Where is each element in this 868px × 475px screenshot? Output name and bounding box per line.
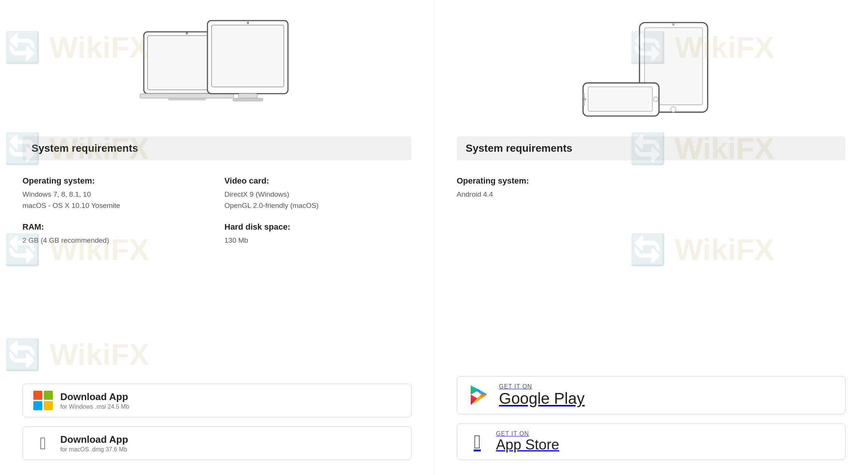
mobile-device-illustration	[457, 15, 846, 124]
download-mac-button[interactable]:  Download App for macOS .dmg 37.6 Mb	[22, 426, 412, 460]
download-buttons-left: Download App for Windows .msi 24.5 Mb  …	[22, 381, 412, 460]
ram-value: 2 GB (4 GB recommended)	[22, 235, 209, 246]
mac-btn-subtitle: for macOS .dmg 37.6 Mb	[60, 446, 128, 453]
os-label-right: Operating system:	[457, 176, 644, 186]
apple-icon-left: 	[33, 433, 53, 453]
app-store-label: App Store	[496, 437, 559, 453]
google-play-text: GET IT ON Google Play	[499, 383, 585, 407]
svg-marker-24	[480, 390, 487, 394]
svg-point-16	[653, 97, 658, 102]
svg-point-12	[671, 107, 676, 112]
sys-req-title-right: System requirements	[466, 142, 573, 154]
svg-rect-3	[140, 94, 234, 98]
requirements-grid-left: Operating system: Windows 7, 8, 8.1, 10m…	[22, 172, 412, 250]
svg-rect-18	[583, 93, 585, 99]
google-play-label: Google Play	[499, 390, 585, 407]
mac-btn-title: Download App	[60, 434, 128, 445]
svg-point-17	[584, 98, 586, 100]
apple-icon-right: 	[468, 432, 487, 451]
os-label: Operating system:	[22, 176, 209, 186]
ram-label: RAM:	[22, 222, 209, 232]
sys-req-header-right: System requirements	[457, 136, 846, 160]
sys-req-title-left: System requirements	[31, 142, 138, 154]
right-panel: 🔄 WikiFX 🔄 WikiFX 🔄 WikiFX	[434, 0, 868, 475]
os-group-right: Operating system: Android 4.4	[457, 176, 644, 200]
requirements-grid-right: Operating system: Android 4.4	[457, 172, 846, 204]
svg-rect-4	[168, 98, 206, 100]
windows-btn-subtitle: for Windows .msi 24.5 Mb	[60, 403, 129, 410]
svg-point-13	[672, 23, 674, 25]
svg-point-7	[247, 22, 249, 24]
video-values: DirectX 9 (Windows)OpenGL 2.0-friendly (…	[224, 189, 411, 212]
os-group: Operating system: Windows 7, 8, 8.1, 10m…	[22, 176, 209, 212]
os-value-right: Android 4.4	[457, 189, 644, 200]
svg-rect-15	[588, 87, 652, 112]
google-play-button[interactable]: GET IT ON Google Play	[457, 376, 846, 414]
download-windows-button[interactable]: Download App for Windows .msi 24.5 Mb	[22, 384, 412, 417]
svg-rect-9	[233, 98, 263, 101]
svg-rect-6	[212, 25, 284, 87]
app-store-button[interactable]:  GET IT ON App Store	[457, 423, 846, 460]
svg-rect-8	[239, 94, 257, 98]
windows-btn-title: Download App	[60, 391, 129, 403]
os-values: Windows 7, 8, 8.1, 10macOS - OS X 10.10 …	[22, 189, 209, 212]
windows-btn-text: Download App for Windows .msi 24.5 Mb	[60, 391, 129, 410]
ram-group: RAM: 2 GB (4 GB recommended)	[22, 222, 209, 246]
mac-btn-text: Download App for macOS .dmg 37.6 Mb	[60, 434, 128, 453]
google-get-it-label: GET IT ON	[499, 383, 585, 390]
video-group: Video card: DirectX 9 (Windows)OpenGL 2.…	[224, 176, 411, 212]
disk-group: Hard disk space: 130 Mb	[224, 222, 411, 246]
video-label: Video card:	[224, 176, 411, 186]
svg-point-2	[186, 32, 188, 34]
store-buttons-right: GET IT ON Google Play  GET IT ON App St…	[457, 373, 846, 460]
disk-label: Hard disk space:	[224, 222, 411, 232]
google-play-icon	[468, 384, 490, 406]
windows-icon	[33, 391, 53, 410]
desktop-device-illustration	[22, 15, 412, 124]
disk-value: 130 Mb	[224, 235, 411, 246]
svg-rect-19	[583, 100, 585, 106]
apple-get-it-label: GET IT ON	[496, 430, 559, 437]
app-store-text: GET IT ON App Store	[496, 430, 559, 453]
sys-req-header-left: System requirements	[22, 136, 412, 160]
left-panel: 🔄 WikiFX 🔄 WikiFX 🔄 WikiFX 🔄 WikiFX	[0, 0, 434, 475]
